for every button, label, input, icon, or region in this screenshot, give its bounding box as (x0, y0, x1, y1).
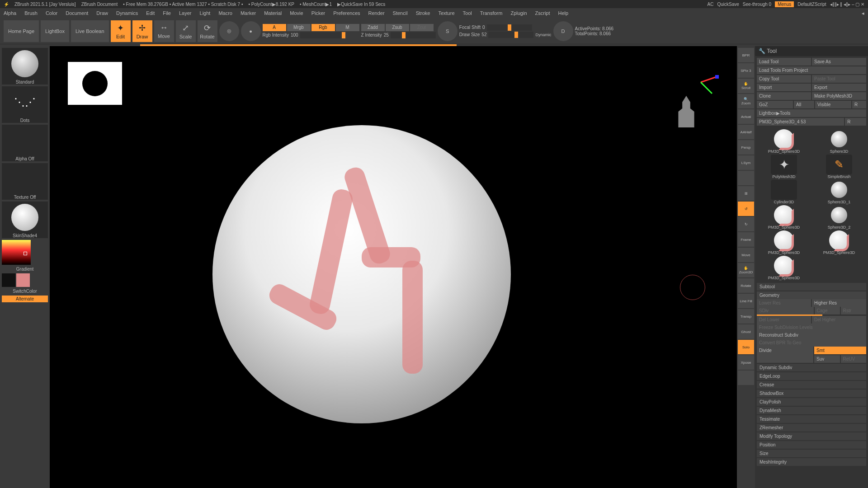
section-zremesher[interactable]: ZRemesher (757, 424, 866, 432)
menu-macro[interactable]: Macro (218, 10, 232, 16)
transp-button[interactable]: Ghost (738, 324, 754, 339)
color-picker[interactable] (2, 240, 48, 265)
convertbpr-button[interactable]: Convert BPR To Geo (757, 339, 866, 347)
alternate-button[interactable]: Alternate (2, 296, 48, 302)
menu-marker[interactable]: Marker (241, 10, 256, 16)
menu-file[interactable]: File (163, 10, 171, 16)
cam-zoom3d-button[interactable]: Rotate (738, 278, 754, 293)
draw-mode[interactable]: ✢Draw (132, 20, 152, 42)
brush-tile[interactable]: Standard (2, 48, 48, 84)
smt-button[interactable]: Smt (814, 347, 866, 354)
save-as-button[interactable]: Save As (812, 58, 866, 66)
draw-size-slider[interactable] (488, 32, 533, 38)
window-controls[interactable]: ◂‖‖▸ ‖ ◂‖▸ – ▢ ✕ (830, 2, 864, 7)
menu-stencil[interactable]: Stencil (393, 10, 408, 16)
copy-tool-button[interactable]: Copy Tool (757, 75, 811, 83)
import-button[interactable]: Import (757, 84, 811, 91)
cam-rotate-button[interactable]: Line Fill (738, 294, 754, 308)
texture-tile[interactable]: Texture Off (2, 163, 48, 200)
sphere-preview[interactable]: ● (241, 21, 261, 41)
tool-item[interactable]: PM3D_Sphere3D (812, 230, 866, 255)
clone-button[interactable]: Clone (757, 92, 811, 100)
tool-r-button[interactable]: R (845, 118, 866, 126)
menu-stroke[interactable]: Stroke (416, 10, 430, 16)
section-meshintegrity[interactable]: MeshIntegrity (757, 458, 866, 466)
lightbox-tools-button[interactable]: Lightbox▶Tools (757, 109, 866, 117)
tool-item[interactable]: Sphere3D_2 (812, 205, 866, 230)
menu-help[interactable]: Help (558, 10, 569, 16)
lightbox-button[interactable]: LightBox (41, 20, 69, 42)
tool-item[interactable]: ✦PolyMesh3D (757, 155, 811, 179)
cage-button[interactable]: Cage (815, 307, 840, 314)
menu-zscript[interactable]: Zscript (535, 10, 550, 16)
tool-item[interactable]: Cylinder3D (757, 180, 811, 204)
redo-cam-button[interactable]: Frame (738, 232, 754, 247)
polyf-button[interactable]: Transp (738, 309, 754, 324)
tool-item[interactable]: Sphere3D_1 (812, 180, 866, 204)
material-tile[interactable]: SkinShade4 (2, 202, 48, 238)
lsym-button[interactable] (738, 171, 754, 185)
gyro-button[interactable]: ◎ (219, 21, 239, 41)
default-zscript[interactable]: DefaultZScript (797, 2, 826, 7)
rotate-mode[interactable]: ⟳Rotate (198, 20, 217, 42)
liveboolean-button[interactable]: Live Boolean (71, 20, 109, 42)
menu-render[interactable]: Render (368, 10, 385, 16)
section-shadowbox[interactable]: ShadowBox (757, 389, 866, 397)
ghost-button[interactable]: Solo (738, 340, 754, 354)
geometry-header[interactable]: Geometry (757, 291, 866, 299)
section-position[interactable]: Position (757, 441, 866, 449)
menu-movie[interactable]: Movie (290, 10, 303, 16)
menu-material[interactable]: Material (264, 10, 282, 16)
axis-gizmo-icon[interactable] (692, 69, 719, 96)
tool-name-field[interactable]: PM3D_Sphere3D_4 53 (757, 118, 844, 126)
section-claypolish[interactable]: ClayPolish (757, 398, 866, 406)
z-intensity-slider[interactable] (391, 32, 436, 38)
channel-zcut[interactable]: Zcut (410, 24, 434, 31)
menus-button[interactable]: Menus (775, 1, 794, 7)
menu-color[interactable]: Color (46, 10, 57, 16)
menu-layer[interactable]: Layer (179, 10, 192, 16)
scale-mode[interactable]: ⤢Scale (176, 20, 196, 42)
menu-transform[interactable]: Transform (480, 10, 503, 16)
suv-button[interactable]: Suv (814, 355, 840, 363)
scroll-button[interactable]: ✋Scroll (738, 79, 754, 93)
persp-button[interactable]: Persp (738, 140, 754, 155)
gradient-label[interactable]: Gradient (2, 267, 48, 272)
xpose-button[interactable] (738, 371, 754, 385)
aahalf-button[interactable]: AAHalf (738, 125, 754, 139)
actual-button[interactable]: Actual (738, 109, 754, 124)
xyz-button[interactable]: ↺ (738, 202, 754, 216)
section-edgeloop[interactable]: EdgeLoop (757, 372, 866, 380)
menu-tool[interactable]: Tool (463, 10, 472, 16)
channel-mrgb[interactable]: Mrgb (287, 24, 311, 31)
goz-button[interactable]: GoZ (757, 101, 793, 108)
export-button[interactable]: Export (812, 84, 866, 91)
tool-item[interactable]: PM3D_Sphere3D (757, 205, 811, 230)
tool-item[interactable]: PM3D_Sphere3D (757, 129, 811, 154)
channel-m[interactable]: M (336, 24, 359, 31)
focal-s-icon[interactable]: S (438, 21, 458, 41)
rstr-button[interactable]: Rstr (841, 307, 866, 314)
color-primary[interactable] (16, 273, 30, 287)
menu-brush[interactable]: Brush (24, 10, 38, 16)
menu-light[interactable]: Light (200, 10, 211, 16)
load-project-button[interactable]: Load Tools From Project (757, 66, 866, 74)
color-secondary[interactable] (2, 273, 15, 287)
section-tessimate[interactable]: Tessimate (757, 415, 866, 423)
section-size[interactable]: Size (757, 450, 866, 457)
reuv-button[interactable]: ReUV (841, 355, 867, 363)
dellower-button[interactable]: Del Lower (757, 316, 811, 324)
sculpt-object[interactable] (212, 125, 511, 423)
floor-button[interactable]: LSym (738, 155, 754, 170)
menu-document[interactable]: Document (66, 10, 88, 16)
alpha-tile[interactable]: Alpha Off (2, 125, 48, 161)
bpr-button[interactable]: BPR (738, 48, 754, 62)
divide-button[interactable]: Divide (757, 347, 813, 363)
move-mode[interactable]: ↔Move (154, 20, 174, 42)
focal-shift-slider[interactable] (487, 24, 532, 31)
load-tool-button[interactable]: Load Tool (757, 58, 811, 66)
menu-alpha[interactable]: Alpha (4, 10, 16, 16)
make-polymesh-button[interactable]: Make PolyMesh3D (812, 92, 866, 100)
quicksave-button[interactable]: QuickSave (717, 2, 739, 7)
section-crease[interactable]: Crease (757, 381, 866, 389)
